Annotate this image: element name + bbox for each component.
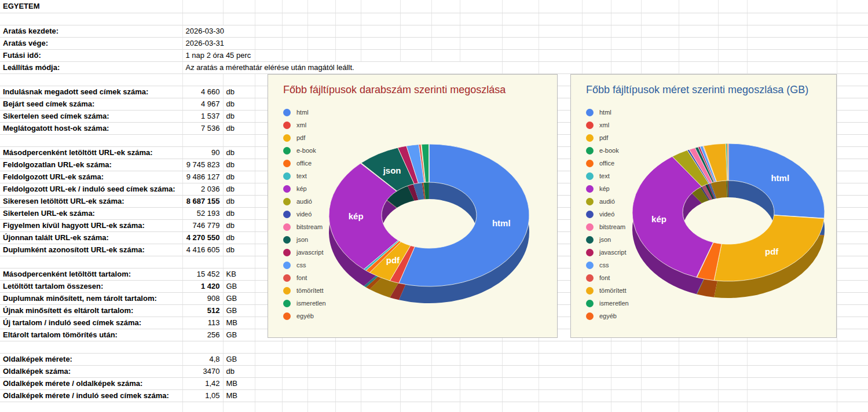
grid-cell	[282, 353, 307, 365]
gray-divider-cell	[679, 13, 718, 25]
legend-item-bitstream[interactable]: bitstream	[283, 220, 326, 233]
legend-label: text	[296, 172, 307, 179]
grid-cell	[641, 377, 679, 389]
legend-color-dot	[283, 211, 291, 218]
legend-item-tömörített[interactable]: tömörített	[283, 284, 326, 297]
grid-cell	[361, 377, 400, 389]
legend-item-videó[interactable]: videó	[283, 208, 326, 220]
legend-item-pdf[interactable]: pdf	[283, 131, 326, 144]
legend-item-kép[interactable]: kép	[283, 182, 326, 195]
stat-unit: db	[223, 159, 255, 171]
legend-item-json[interactable]: json	[283, 233, 326, 246]
grid-cell	[307, 37, 335, 49]
legend-color-dot	[283, 223, 291, 231]
grid-cell	[307, 353, 335, 365]
grid-cell	[582, 61, 611, 73]
grid-cell	[679, 389, 718, 402]
legend-item-pdf[interactable]: pdf	[586, 131, 629, 144]
grid-cell	[837, 304, 868, 317]
section-separator-cell	[223, 341, 255, 353]
gray-divider-cell	[182, 13, 223, 25]
grid-cell	[837, 389, 868, 402]
stat-unit: db	[223, 183, 255, 195]
legend-item-javascript[interactable]: javascript	[586, 246, 629, 259]
legend-item-font[interactable]: font	[283, 271, 326, 284]
legend-label: font	[599, 274, 610, 281]
grid-cell	[335, 0, 361, 13]
stat-value: 1 nap 2 óra 45 perc	[182, 49, 255, 61]
legend-item-html[interactable]: html	[283, 106, 326, 119]
legend-color-dot	[586, 211, 594, 218]
legend-item-ismeretlen[interactable]: ismeretlen	[586, 297, 629, 310]
grid-cell	[747, 61, 837, 73]
grid-cell	[582, 25, 611, 37]
grid-cell	[335, 49, 361, 61]
legend-item-tömörített[interactable]: tömörített	[586, 284, 629, 297]
stat-label: Feldolgozott URL-ek száma:	[0, 171, 182, 183]
legend-color-dot	[586, 312, 594, 320]
stat-label: Feldolgozott URL-ek / induló seed címek …	[0, 183, 182, 195]
legend-item-audió[interactable]: audió	[586, 195, 629, 208]
grid-cell	[539, 353, 582, 365]
stat-value: 2026-03-30	[182, 25, 255, 37]
grid-cell	[255, 37, 282, 49]
stat-label: Feldolgozatlan URL-ek száma:	[0, 159, 182, 171]
legend-color-dot	[283, 249, 291, 256]
grid-cell	[679, 402, 718, 412]
legend-item-ismeretlen[interactable]: ismeretlen	[283, 297, 326, 310]
grid-cell	[679, 377, 718, 389]
legend-color-dot	[586, 198, 594, 205]
stat-unit: db	[223, 146, 255, 159]
legend-item-office[interactable]: office	[586, 157, 629, 170]
legend-item-office[interactable]: office	[283, 157, 326, 170]
stat-label: Oldalképek mérete / oldalképek száma:	[0, 377, 182, 389]
legend-item-audió[interactable]: audió	[283, 195, 326, 208]
grid-cell	[641, 37, 679, 49]
grid-cell	[747, 0, 837, 13]
stat-unit: GB	[223, 353, 255, 365]
stat-label: Sikeresen letöltött URL-ek száma:	[0, 195, 182, 207]
grid-cell	[460, 49, 502, 61]
legend-label: css	[599, 262, 609, 268]
legend-item-text[interactable]: text	[586, 170, 629, 182]
legend-item-egyéb[interactable]: egyéb	[283, 310, 326, 322]
legend-item-css[interactable]: css	[586, 259, 629, 271]
grid-cell	[747, 389, 837, 402]
grid-cell	[837, 146, 868, 159]
legend-item-json[interactable]: json	[586, 233, 629, 246]
grid-cell	[539, 61, 582, 73]
legend-item-bitstream[interactable]: bitstream	[586, 220, 629, 233]
legend-item-videó[interactable]: videó	[586, 208, 629, 220]
stat-unit: db	[223, 207, 255, 219]
grid-cell	[747, 37, 837, 49]
grid-cell	[307, 377, 335, 389]
grid-cell	[361, 353, 400, 365]
legend-item-xml[interactable]: xml	[283, 119, 326, 131]
legend-item-font[interactable]: font	[586, 271, 629, 284]
legend-color-dot	[283, 300, 291, 307]
section-separator-cell	[182, 341, 223, 353]
grid-cell	[679, 353, 718, 365]
section-separator-cell	[837, 341, 868, 353]
section-separator-cell	[611, 341, 641, 353]
stat-value: 7 536	[182, 122, 223, 134]
stat-unit: MB	[223, 317, 255, 329]
legend-color-dot	[586, 172, 594, 180]
grid-cell	[255, 365, 282, 377]
legend-item-xml[interactable]: xml	[586, 119, 629, 131]
legend-color-dot	[283, 122, 291, 129]
slice-label-pdf: pdf	[386, 255, 400, 265]
legend-item-text[interactable]: text	[283, 170, 326, 182]
legend-item-e-book[interactable]: e-book	[283, 144, 326, 157]
legend-item-egyéb[interactable]: egyéb	[586, 310, 629, 322]
grid-cell	[837, 244, 868, 256]
legend-item-javascript[interactable]: javascript	[283, 246, 326, 259]
grid-cell	[460, 365, 502, 377]
legend-item-kép[interactable]: kép	[586, 182, 629, 195]
legend-item-css[interactable]: css	[283, 259, 326, 271]
grid-cell	[307, 25, 335, 37]
gray-divider-cell	[361, 13, 400, 25]
grid-cell	[282, 25, 307, 37]
legend-item-e-book[interactable]: e-book	[586, 144, 629, 157]
legend-item-html[interactable]: html	[586, 106, 629, 119]
